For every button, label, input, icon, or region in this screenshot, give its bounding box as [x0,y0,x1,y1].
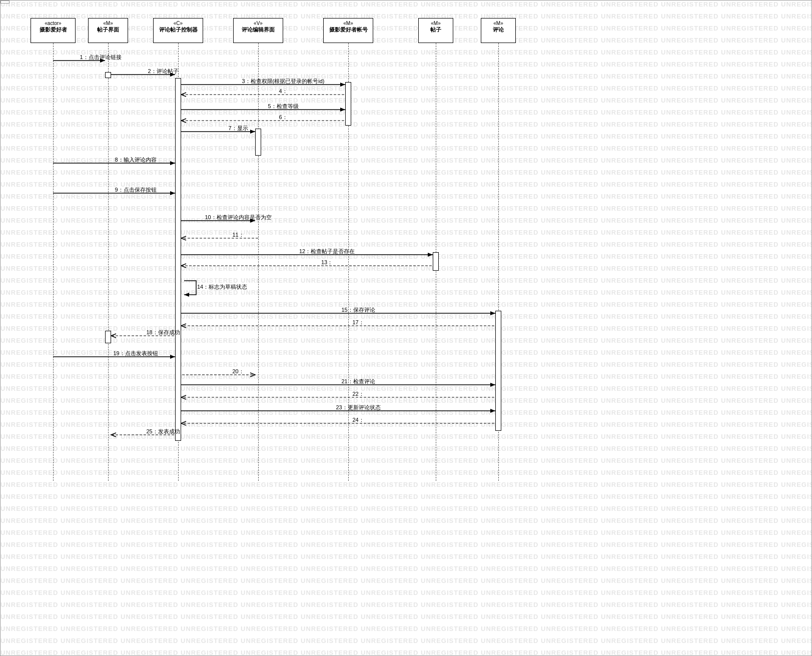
svg-marker-8 [340,108,345,112]
svg-marker-20 [428,253,433,257]
message-label-22: 22： [308,390,408,398]
svg-marker-34 [490,409,495,413]
lifeline-post: «M»帖子 [418,18,453,43]
message-label-6: 6： [233,114,333,121]
svg-marker-31 [490,383,495,387]
lifeline-line-postUI [108,43,109,481]
lifeline-editView: «V»评论编辑界面 [233,18,283,43]
svg-marker-22 [184,293,189,297]
message-label-1: 1：点击评论链接 [51,54,151,61]
message-label-21: 21：检查评论 [308,378,408,385]
activation-box-2 [255,129,261,156]
message-label-10: 10：检查评论内容是否为空 [188,214,288,221]
watermark-layer: UNREGISTEREDUNREGISTEREDUNREGISTEREDUNRE… [1,1,811,655]
activation-box-3 [345,82,351,126]
message-label-15: 15：保存评论 [308,306,408,314]
message-label-9: 9：点击保存按钮 [86,186,186,194]
message-label-12: 12：检查帖子是否存在 [277,248,377,255]
activation-box-1 [175,78,181,441]
message-label-8: 8：输入评论内容 [86,156,186,164]
lifeline-postUI: «M»帖子界面 [88,18,128,43]
message-label-3: 3：检查权限(根据已登录的帐号id) [233,78,333,85]
message-label-25: 25：发表成功 [113,428,213,435]
message-label-19: 19：点击发表按钮 [86,350,186,357]
lifeline-controller: «C»评论帖子控制器 [153,18,203,43]
title-tab [1,1,10,4]
arrows-svg [1,1,811,655]
lifeline-account: «M»摄影爱好者帐号 [323,18,373,43]
message-label-5: 5：检查等级 [233,103,333,110]
message-label-17: 17： [308,319,408,326]
message-label-11: 11： [188,231,288,239]
activation-box-4 [433,252,439,271]
svg-marker-5 [340,83,345,87]
message-label-7: 7：显示 [188,125,288,132]
message-label-18: 18：保存成功 [113,329,213,336]
diagram-container: UNREGISTEREDUNREGISTEREDUNREGISTEREDUNRE… [0,0,812,656]
message-label-23: 23：更新评论状态 [308,404,408,411]
message-label-13: 13： [277,259,377,266]
lifeline-line-actor [53,43,54,481]
activation-box-0 [105,72,111,78]
message-label-20: 20： [188,368,288,375]
activation-box-5 [495,311,501,431]
message-label-24: 24： [308,416,408,424]
lifeline-actor: «actor»摄影爱好者 [31,18,76,43]
lifeline-comment: «M»评论 [481,18,516,43]
message-label-4: 4： [233,88,333,95]
svg-marker-24 [490,311,495,315]
activation-box-6 [105,331,111,343]
message-label-14: 14：标志为草稿状态 [197,283,247,291]
message-label-2: 2：评论帖子 [113,68,213,75]
